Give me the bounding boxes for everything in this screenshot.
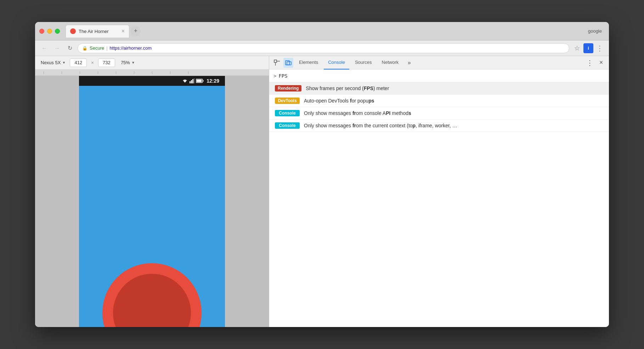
address-input[interactable]: 🔒 Secure | https://airhorner.com [78, 43, 569, 53]
console-input-text[interactable]: FPS [278, 73, 287, 79]
svg-rect-9 [274, 60, 277, 62]
viewport-ruler [35, 70, 269, 76]
more-tabs-btn[interactable]: » [404, 58, 414, 68]
tab-sources[interactable]: Sources [351, 56, 376, 70]
svg-rect-3 [191, 80, 192, 83]
devtools-close-btn[interactable]: × [596, 58, 606, 68]
device-selector[interactable]: Nexus 5X ▼ [41, 60, 66, 65]
autocomplete-item-console-1[interactable]: Console Only show messages from console … [269, 107, 609, 120]
wifi-icon [182, 78, 188, 83]
address-actions: ☆ i ⋮ [572, 43, 605, 53]
forward-button[interactable]: → [52, 43, 62, 53]
zoom-selector[interactable]: 75% ▼ [121, 60, 135, 65]
ruler-mark [152, 71, 152, 74]
devtools-panel: Elements Console Sources Network » ⋮ [269, 56, 609, 327]
console-prompt: > [273, 73, 276, 79]
status-icons [182, 78, 204, 83]
battery-icon [196, 79, 204, 83]
console-badge-1: Console [275, 110, 300, 116]
tab-close-btn[interactable]: × [122, 28, 125, 34]
status-time: 12:29 [207, 78, 219, 84]
svg-rect-2 [190, 81, 191, 83]
svg-rect-12 [286, 61, 289, 65]
ruler-mark [134, 71, 134, 74]
browser-menu-button[interactable]: ⋮ [595, 43, 605, 53]
ruler-mark [116, 71, 116, 74]
ruler-mark [188, 71, 188, 74]
svg-rect-4 [192, 79, 193, 83]
tab-network[interactable]: Network [378, 56, 403, 70]
title-bar: The Air Horner × + google [35, 22, 609, 40]
phone-screen: 12:29 [79, 76, 225, 327]
refresh-button[interactable]: ↻ [65, 43, 75, 53]
svg-rect-13 [287, 62, 291, 65]
traffic-lights [39, 29, 60, 34]
air-horn-circle [102, 263, 202, 327]
console-badge-2: Console [275, 122, 300, 129]
secure-label: Secure [90, 45, 104, 51]
address-bar: ← → ↻ 🔒 Secure | https://airhorner.com ☆… [35, 40, 609, 56]
ruler-marks [44, 71, 188, 74]
address-separator: | [106, 45, 107, 51]
width-input[interactable] [70, 59, 87, 67]
devtools-toolbar: Elements Console Sources Network » ⋮ [269, 56, 609, 70]
rendering-badge: Rendering [275, 85, 301, 92]
svg-rect-8 [197, 80, 202, 82]
address-url: https://airhorner.com [110, 45, 152, 51]
air-horn-inner [113, 274, 191, 327]
viewport: Nexus 5X ▼ × 75% ▼ [35, 56, 269, 327]
autocomplete-item-rendering[interactable]: Rendering Show frames per second (FPS) m… [269, 82, 609, 95]
autocomplete-text-1: Show frames per second (FPS) meter [306, 85, 389, 91]
inspect-element-btn[interactable] [272, 58, 282, 68]
height-input[interactable] [98, 59, 115, 67]
ruler-mark [62, 71, 62, 74]
dimension-separator: × [91, 60, 94, 65]
svg-rect-7 [203, 80, 204, 82]
browser-tab[interactable]: The Air Horner × [66, 25, 129, 38]
maximize-window-btn[interactable] [55, 29, 60, 34]
autocomplete-item-devtools[interactable]: DevTools Auto-open DevTools for popups [269, 95, 609, 107]
devtools-badge: DevTools [275, 98, 300, 104]
viewport-content: 12:29 [35, 76, 269, 327]
console-area: > FPS Rendering Show frames per second (… [269, 70, 609, 327]
phone-status-bar: 12:29 [79, 76, 225, 86]
console-input-row: > FPS [269, 70, 609, 82]
svg-rect-5 [194, 78, 194, 83]
autocomplete-list: Rendering Show frames per second (FPS) m… [269, 82, 609, 132]
autocomplete-text-2: Auto-open DevTools for popups [304, 98, 374, 104]
bookmark-button[interactable]: ☆ [572, 43, 582, 53]
google-search-label: google [588, 28, 605, 34]
device-toolbar: Nexus 5X ▼ × 75% ▼ [35, 56, 269, 70]
phone-body [79, 86, 225, 327]
device-name: Nexus 5X [41, 60, 61, 65]
zoom-chevron-icon: ▼ [131, 61, 135, 65]
signal-icon [190, 78, 194, 83]
autocomplete-text-3: Only show messages from console API meth… [304, 110, 411, 116]
close-window-btn[interactable] [39, 29, 44, 34]
tab-elements[interactable]: Elements [295, 56, 322, 70]
devtools-menu-btn[interactable]: ⋮ [585, 58, 595, 68]
back-button[interactable]: ← [39, 43, 49, 53]
tab-bar: The Air Horner × + [66, 25, 585, 38]
minimize-window-btn[interactable] [47, 29, 52, 34]
tab-console[interactable]: Console [324, 56, 349, 70]
extension-icon: i [588, 45, 589, 51]
new-tab-button[interactable]: + [131, 26, 141, 36]
zoom-level: 75% [121, 60, 130, 65]
secure-icon: 🔒 [82, 46, 87, 51]
autocomplete-text-4: Only show messages from the current cont… [304, 123, 457, 128]
tab-title: The Air Horner [79, 29, 119, 34]
browser-window: The Air Horner × + google ← → ↻ 🔒 Secure… [35, 22, 609, 327]
ruler-mark [98, 71, 98, 74]
autocomplete-item-console-2[interactable]: Console Only show messages from the curr… [269, 120, 609, 132]
ruler-mark [170, 71, 170, 74]
extension-button[interactable]: i [583, 43, 593, 53]
tab-favicon [70, 28, 76, 34]
device-mode-btn[interactable] [283, 58, 293, 68]
device-chevron-icon: ▼ [62, 61, 66, 65]
ruler-mark [80, 71, 80, 74]
ruler-mark [44, 71, 44, 74]
main-content: Nexus 5X ▼ × 75% ▼ [35, 56, 609, 327]
